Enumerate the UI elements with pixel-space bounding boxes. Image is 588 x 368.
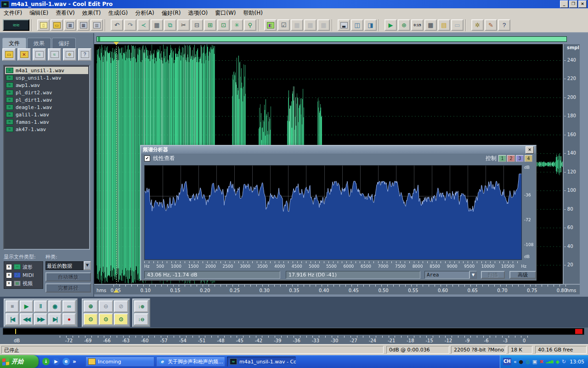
play-loop-button[interactable]: ∞ xyxy=(62,300,76,312)
trim-button[interactable]: ▦ xyxy=(151,19,163,31)
help-button[interactable]: ? xyxy=(78,48,91,61)
statusbar-field-1[interactable]: 0dB @ 0:00.036 xyxy=(386,346,449,354)
find-beats-button[interactable]: ⚲ xyxy=(244,19,256,31)
time-window-button[interactable]: 0:15 xyxy=(411,19,424,31)
menu-item-7[interactable]: 偏好(R) xyxy=(158,8,185,18)
file-item[interactable]: ≈galil-1.wav xyxy=(5,111,88,118)
file-item[interactable]: ≈famas-1.wav xyxy=(5,118,88,126)
zoom-selection-button[interactable]: ⊙ xyxy=(84,313,98,325)
collapse-icon[interactable]: « xyxy=(514,359,517,364)
restore-button[interactable]: ❐ xyxy=(569,0,577,8)
menu-item-6[interactable]: 分析(A) xyxy=(131,8,158,18)
midi-checkbox[interactable]: ✕ xyxy=(6,272,12,278)
grid-b-button[interactable]: ▦ xyxy=(304,19,317,31)
waveform-checkbox[interactable]: ✕ xyxy=(6,264,12,270)
autoplay-button[interactable]: 自动播放 xyxy=(45,272,91,282)
file-item[interactable]: ≈usp_unsil-1.wav xyxy=(5,74,88,81)
delete-selection-button[interactable]: ≺ xyxy=(137,19,150,31)
overview-navigator-bar[interactable] xyxy=(96,36,567,42)
statusbar-field-3[interactable]: 18 K xyxy=(508,346,532,354)
paste-to-new-button[interactable]: ⊡ xyxy=(217,19,230,31)
file-item[interactable]: ≈ak47-1.wav xyxy=(5,126,88,133)
close-button[interactable]: × xyxy=(578,0,587,8)
chevron-down-icon[interactable]: ▼ xyxy=(469,271,477,279)
zoom-out-button[interactable]: ⊖ xyxy=(99,300,113,312)
control-3-button[interactable]: 3 xyxy=(516,155,524,162)
timeline-ruler[interactable]: hms hms 0.050.100.150.200.250.300.350.40… xyxy=(94,284,580,294)
menu-item-5[interactable]: 生成(G) xyxy=(105,8,132,18)
analysis-mode-dropdown[interactable]: Area ▼ xyxy=(424,271,477,279)
file-item[interactable]: ≈pl_dirt2.wav xyxy=(5,89,88,96)
signal-icon[interactable]: ▂▄▆ xyxy=(546,360,553,363)
open-file-button[interactable]: ▭ xyxy=(51,19,63,31)
language-indicator[interactable]: CH xyxy=(503,358,511,365)
go-to-start-button[interactable]: |◀ xyxy=(6,313,19,325)
copy-button[interactable]: ⧉ xyxy=(164,19,176,31)
new-file-button[interactable]: ▯ xyxy=(37,19,50,31)
search-window-button[interactable]: ◫ xyxy=(351,19,363,31)
save-as-button[interactable]: ▦ xyxy=(77,19,90,31)
video-checkbox[interactable]: ✕ xyxy=(6,281,12,287)
zoom-right-edge-button[interactable]: ⊙ xyxy=(114,313,128,325)
menu-item-9[interactable]: 窗口(W) xyxy=(211,8,239,18)
statusbar-field-4[interactable]: 40.16 GB free xyxy=(535,346,587,354)
blank-window-button[interactable]: ▭ xyxy=(451,19,464,31)
qq-icon[interactable]: ● xyxy=(519,359,524,364)
paste-mix-button[interactable]: ⊞ xyxy=(204,19,216,31)
dialog-titlebar[interactable]: 频谱分析器 × xyxy=(141,146,536,154)
sort-dropdown[interactable]: 最近的数据 ▼ xyxy=(45,261,91,270)
minimize-button[interactable]: _ xyxy=(560,0,568,8)
record-button[interactable]: ● xyxy=(62,313,76,325)
cut-button[interactable]: ✂ xyxy=(177,19,190,31)
file-item[interactable]: ≈m4a1_unsil-1.wav xyxy=(5,67,88,74)
desktop-icon[interactable]: ↓ xyxy=(42,358,50,365)
help-button[interactable]: ? xyxy=(498,19,510,31)
task-button-2[interactable]: e关于脚步声和枪声的频... xyxy=(156,356,225,367)
insert-to-cd-button[interactable]: ≈ xyxy=(48,48,61,61)
goto-window-button[interactable]: ◨ xyxy=(364,19,377,31)
paste-button[interactable]: ⊟ xyxy=(191,19,203,31)
play-from-cursor-button[interactable]: ◉ xyxy=(48,300,62,312)
undo-button[interactable]: ↶ xyxy=(111,19,123,31)
quick-launch-more[interactable]: » xyxy=(73,358,76,365)
fullpath-button[interactable]: 完整路径 xyxy=(45,283,91,293)
play-button[interactable]: ▶ xyxy=(20,300,33,312)
go-to-end-button[interactable]: ▶| xyxy=(48,313,62,325)
grid-c-button[interactable]: ▦ xyxy=(317,19,330,31)
options-button[interactable]: ✲ xyxy=(63,48,76,61)
file-item[interactable]: ≈deagle-1.wav xyxy=(5,104,88,111)
toggle-option-button[interactable]: ☑ xyxy=(277,19,290,31)
fast-forward-button[interactable]: ▶▶ xyxy=(34,313,47,325)
file-properties-button[interactable]: ▥ xyxy=(90,19,103,31)
cue-list-button[interactable]: ▦ xyxy=(424,19,437,31)
playhead-marker-bottom[interactable] xyxy=(113,289,119,293)
menu-item-2[interactable]: 编辑(E) xyxy=(26,8,52,18)
file-item[interactable]: ≈awp1.wav xyxy=(5,81,88,89)
close-file-button[interactable]: ✕ xyxy=(17,48,31,61)
multitrack-view-button[interactable]: ≈≈ xyxy=(3,19,29,31)
file-item[interactable]: ≈pl_dirt1.wav xyxy=(5,96,88,104)
internet-explorer-icon[interactable]: e xyxy=(62,358,70,365)
menu-item-10[interactable]: 帮助(H) xyxy=(240,8,266,18)
scan-button[interactable]: 扫描 xyxy=(481,271,505,279)
vertical-zoom-out-button[interactable]: ↕⊖ xyxy=(134,313,148,325)
open-file-button[interactable]: ▭ xyxy=(2,48,16,61)
menu-item-8[interactable]: 选项(O) xyxy=(184,8,211,18)
menu-item-4[interactable]: 效果(T) xyxy=(79,8,105,18)
amplitude-ruler[interactable]: smpl - 240- 220- 200- 180- 160- 140- 120… xyxy=(563,44,580,284)
play-icon-button[interactable]: ▶ xyxy=(384,19,397,31)
menu-item-1[interactable]: 文件(F) xyxy=(0,8,26,18)
insert-to-multitrack-button[interactable]: ≈ xyxy=(33,48,46,61)
pause-button[interactable]: ‖ xyxy=(34,300,47,312)
network-icon[interactable]: ▣ xyxy=(532,359,537,364)
zoom-in-button[interactable]: ⊕ xyxy=(84,300,98,312)
level-meter[interactable]: dB -72-69-66-63-60-57-54-51-48-45-42-39-… xyxy=(0,328,588,344)
menu-item-3[interactable]: 查看(V) xyxy=(52,8,79,18)
settings-button[interactable]: ✲ xyxy=(471,19,484,31)
grid-a-button[interactable]: ▦ xyxy=(291,19,303,31)
vertical-zoom-in-button[interactable]: ↕⊕ xyxy=(134,300,148,312)
tab-effects[interactable]: 效果 xyxy=(27,38,51,48)
play-list-button[interactable]: ▤ xyxy=(438,19,450,31)
task-button-3[interactable]: ≈m4a1_unsil-1.wav - Cool... xyxy=(227,356,296,367)
chevron-down-icon[interactable]: ▼ xyxy=(84,261,91,270)
